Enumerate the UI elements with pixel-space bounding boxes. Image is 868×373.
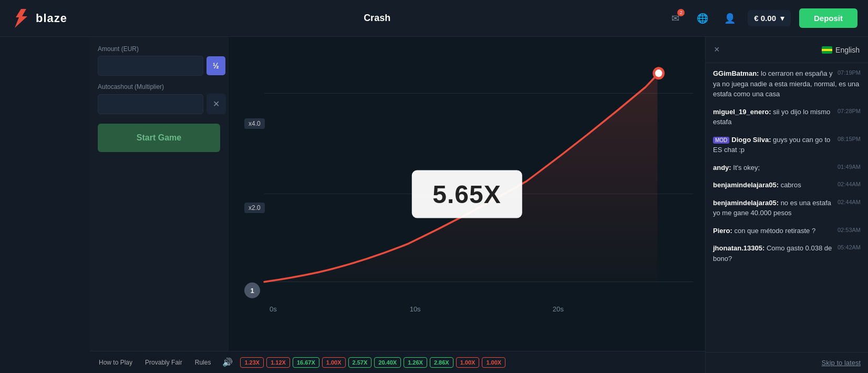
- provably-fair-link[interactable]: Provably Fair: [141, 357, 187, 368]
- chat-text: It's okey;: [733, 164, 760, 172]
- amount-input[interactable]: [98, 56, 203, 76]
- chat-username: Piero:: [713, 227, 732, 235]
- history-badges: 1.23X1.12X16.67X1.00X2.57X20.40X1.26X2.8…: [240, 357, 505, 368]
- history-badge[interactable]: 1.12X: [266, 357, 290, 368]
- chat-header: × English: [706, 37, 868, 63]
- multiplier-display: 5.65X: [411, 170, 522, 218]
- chat-panel: × English 07:19PMGGimBatman: lo cerraron…: [705, 37, 868, 373]
- history-badge[interactable]: 1.26X: [404, 357, 427, 368]
- chat-message: 07:19PMGGimBatman: lo cerraron en españa…: [713, 68, 861, 99]
- chevron-down-icon: ▾: [780, 13, 784, 23]
- history-badge[interactable]: 2.57X: [348, 357, 372, 368]
- flag-icon: [822, 46, 832, 54]
- label-1: 1: [244, 283, 260, 298]
- game-controls-and-chart: Amount (EUR) ½ 2X Autocashout (Multiplie…: [89, 37, 705, 351]
- chart-container: 5.65X x4.0 x2.0 1 0s 10s 20s: [229, 37, 705, 351]
- history-badge[interactable]: 1.00X: [456, 357, 480, 368]
- chat-message: 02:53AMPiero: con que método retiraste ?: [713, 226, 861, 236]
- chat-username: andy:: [713, 164, 731, 172]
- notif-badge: 2: [677, 9, 685, 16]
- history-badge[interactable]: 20.40X: [374, 357, 401, 368]
- chat-message: 08:15PMMODDiogo Silva: guys you can go t…: [713, 135, 861, 155]
- chat-username: GGimBatman:: [713, 69, 759, 77]
- autocashout-label: Autocashout (Multiplier): [98, 83, 220, 90]
- half-button[interactable]: ½: [206, 56, 225, 75]
- header: blaze Crash ✉ 2 🌐 👤 € 0.00 ▾ Deposit: [0, 0, 868, 37]
- skip-to-latest-button[interactable]: Skip to latest: [822, 359, 861, 367]
- globe-btn[interactable]: 🌐: [693, 9, 712, 28]
- autocashout-section: Autocashout (Multiplier) ✕: [98, 83, 220, 114]
- controls-panel: Amount (EUR) ½ 2X Autocashout (Multiplie…: [89, 37, 229, 351]
- label-2x: x2.0: [244, 203, 265, 213]
- chat-close-button[interactable]: ×: [714, 44, 720, 55]
- main-content: Amount (EUR) ½ 2X Autocashout (Multiplie…: [0, 37, 868, 373]
- chat-username: Diogo Silva:: [731, 136, 771, 144]
- history-badge[interactable]: 2.86X: [430, 357, 453, 368]
- amount-section: Amount (EUR) ½ 2X: [98, 45, 220, 76]
- amount-input-row: ½ 2X: [98, 56, 220, 76]
- axis-10s: 10s: [410, 305, 421, 313]
- multiplier-value: 5.65X: [432, 179, 501, 208]
- start-game-button[interactable]: Start Game: [98, 124, 220, 152]
- chat-text: cabros: [781, 181, 801, 189]
- chat-message: 05:42AMjhonatan.13305: Como gasto 0.038 …: [713, 243, 861, 264]
- chat-language-selector[interactable]: English: [822, 46, 860, 54]
- chat-username: jhonatan.13305:: [713, 244, 764, 252]
- chat-text: con que método retiraste ?: [734, 227, 815, 235]
- svg-point-5: [655, 69, 663, 77]
- rules-link[interactable]: Rules: [191, 357, 215, 368]
- chat-username: miguel_19_enero:: [713, 108, 771, 116]
- header-right: ✉ 2 🌐 👤 € 0.00 ▾ Deposit: [666, 8, 857, 28]
- chat-message: 02:44AMbenjamindelajara05: no es una est…: [713, 198, 861, 218]
- chat-message: 07:28PMmiguel_19_enero: sii yo dijo lo m…: [713, 107, 861, 127]
- notifications-btn[interactable]: ✉ 2: [666, 9, 685, 28]
- chat-messages: 07:19PMGGimBatman: lo cerraron en españa…: [706, 63, 868, 352]
- chat-footer: Skip to latest: [706, 352, 868, 373]
- blaze-logo-icon: [11, 8, 32, 29]
- history-badge[interactable]: 1.00X: [482, 357, 505, 368]
- sound-button[interactable]: 🔊: [219, 355, 236, 369]
- label-4x: x4.0: [244, 118, 265, 129]
- chat-username: benjamindelajara05:: [713, 199, 779, 207]
- balance-value: € 0.00: [754, 14, 776, 23]
- how-to-play-link[interactable]: How to Play: [95, 357, 137, 368]
- amount-label: Amount (EUR): [98, 45, 220, 53]
- logo-area: blaze: [11, 8, 67, 29]
- deposit-button[interactable]: Deposit: [799, 8, 857, 28]
- logo-text: blaze: [36, 12, 67, 25]
- svg-marker-0: [15, 9, 27, 28]
- history-badge[interactable]: 16.67X: [293, 357, 319, 368]
- left-sidebar: [0, 37, 89, 373]
- nav-crash[interactable]: Crash: [88, 13, 666, 24]
- chat-username: benjamindelajara05:: [713, 181, 779, 189]
- chat-language-label: English: [835, 46, 860, 54]
- mod-badge: MOD: [713, 137, 729, 144]
- autocashout-input[interactable]: [98, 94, 203, 114]
- axis-0s: 0s: [270, 305, 277, 313]
- chat-text: guys you can go to ES chat :p: [713, 136, 830, 154]
- game-area: Amount (EUR) ½ 2X Autocashout (Multiplie…: [89, 37, 705, 373]
- user-btn[interactable]: 👤: [720, 9, 739, 28]
- chat-message: 01:49AMandy: It's okey;: [713, 163, 861, 173]
- chat-message: 02:44AMbenjamindelajara05: cabros: [713, 180, 861, 190]
- balance-area[interactable]: € 0.00 ▾: [748, 10, 791, 26]
- history-badge[interactable]: 1.00X: [322, 357, 346, 368]
- clear-button[interactable]: ✕: [206, 94, 226, 114]
- axis-20s: 20s: [553, 305, 564, 313]
- bottom-bar: How to Play Provably Fair Rules 🔊 1.23X1…: [89, 351, 705, 373]
- autocashout-input-row: ✕: [98, 94, 220, 114]
- history-badge[interactable]: 1.23X: [240, 357, 264, 368]
